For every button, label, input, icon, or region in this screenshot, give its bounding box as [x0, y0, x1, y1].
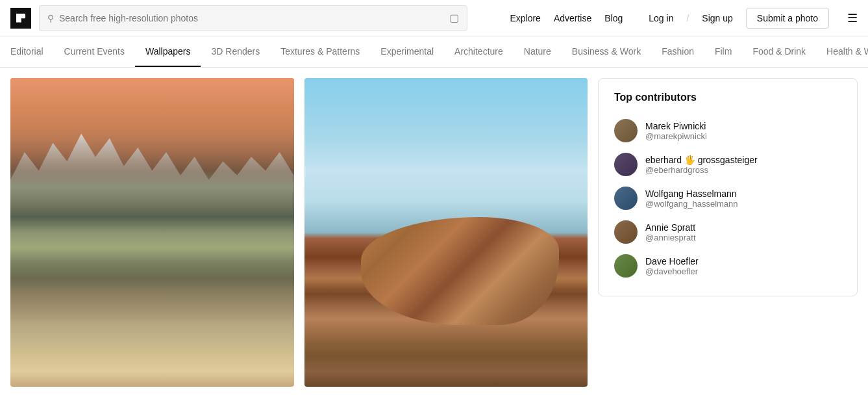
- cat-item-current-events[interactable]: Current Events: [54, 37, 135, 67]
- avatar: [614, 254, 638, 278]
- contributor-item[interactable]: Wolfgang Hasselmann@wolfgang_hasselmann: [614, 181, 841, 215]
- avatar: [614, 153, 638, 176]
- explore-link[interactable]: Explore: [510, 13, 540, 23]
- main-content: Top contributors Marek Piwnicki@marekpiw…: [0, 68, 868, 403]
- photo-mountains[interactable]: [10, 78, 294, 387]
- advertise-link[interactable]: Advertise: [554, 13, 591, 23]
- cat-item-editorial[interactable]: Editorial: [10, 37, 54, 67]
- sidebar: Top contributors Marek Piwnicki@marekpiw…: [598, 78, 858, 403]
- header: ⚲ ▢ Explore Advertise Blog Log in / Sign…: [0, 0, 868, 36]
- contributor-info: Marek Piwnicki@marekpiwnicki: [645, 121, 707, 141]
- contributor-info: Annie Spratt@anniespratt: [645, 222, 696, 242]
- contributor-name: eberhard 🖐 grossgasteiger: [645, 155, 758, 165]
- search-input[interactable]: [59, 13, 444, 23]
- cat-item-food-&-drink[interactable]: Food & Drink: [742, 37, 816, 67]
- contributor-handle: @eberhardgross: [645, 165, 758, 175]
- contributor-item[interactable]: Marek Piwnicki@marekpiwnicki: [614, 114, 841, 148]
- contributor-info: Dave Hoefler@davehoefler: [645, 256, 699, 276]
- cat-item-3d-renders[interactable]: 3D Renders: [201, 37, 270, 67]
- photo-grid: [10, 78, 588, 387]
- photo-col-2: [304, 78, 588, 387]
- category-nav: EditorialCurrent EventsWallpapers3D Rend…: [0, 36, 868, 68]
- search-bar: ⚲ ▢: [39, 5, 467, 31]
- menu-icon[interactable]: ☰: [847, 11, 858, 25]
- contributor-name: Annie Spratt: [645, 222, 696, 233]
- contributor-name: Wolfgang Hasselmann: [645, 188, 738, 199]
- avatar: [614, 220, 638, 244]
- logo-icon: [16, 14, 25, 23]
- contributors-title: Top contributors: [614, 92, 841, 103]
- camera-icon[interactable]: ▢: [449, 12, 459, 24]
- search-icon: ⚲: [47, 13, 54, 23]
- cat-item-fashion[interactable]: Fashion: [651, 37, 704, 67]
- contributor-info: eberhard 🖐 grossgasteiger@eberhardgross: [645, 155, 758, 175]
- logo[interactable]: [10, 8, 31, 29]
- contributor-item[interactable]: eberhard 🖐 grossgasteiger@eberhardgross: [614, 148, 841, 181]
- cat-item-nature[interactable]: Nature: [514, 37, 562, 67]
- contributor-handle: @anniespratt: [645, 233, 696, 242]
- top-contributors-panel: Top contributors Marek Piwnicki@marekpiw…: [598, 78, 858, 296]
- cat-item-health-&-we...[interactable]: Health & We...: [816, 37, 868, 67]
- contributors-list: Marek Piwnicki@marekpiwnickieberhard 🖐 g…: [614, 114, 841, 283]
- avatar: [614, 119, 638, 142]
- photo-col-1: [10, 78, 294, 387]
- sidebar-mountain-photo[interactable]: [598, 307, 858, 403]
- contributor-name: Marek Piwnicki: [645, 121, 707, 131]
- contributor-item[interactable]: Annie Spratt@anniespratt: [614, 215, 841, 249]
- cat-item-architecture[interactable]: Architecture: [444, 37, 514, 67]
- cat-item-textures-&-patterns[interactable]: Textures & Patterns: [270, 37, 370, 67]
- contributor-info: Wolfgang Hasselmann@wolfgang_hasselmann: [645, 188, 738, 209]
- contributor-handle: @davehoefler: [645, 266, 699, 276]
- photo-rocks[interactable]: [304, 78, 588, 387]
- main-nav: Explore Advertise Blog Log in / Sign up …: [510, 8, 858, 29]
- login-link[interactable]: Log in: [649, 13, 673, 23]
- blog-link[interactable]: Blog: [604, 13, 623, 23]
- cat-item-experimental[interactable]: Experimental: [370, 37, 444, 67]
- contributor-item[interactable]: Dave Hoefler@davehoefler: [614, 249, 841, 283]
- cat-item-wallpapers[interactable]: Wallpapers: [135, 37, 201, 67]
- contributor-handle: @wolfgang_hasselmann: [645, 199, 738, 209]
- contributor-handle: @marekpiwnicki: [645, 131, 707, 141]
- cat-item-film[interactable]: Film: [704, 37, 742, 67]
- submit-photo-button[interactable]: Submit a photo: [746, 8, 829, 29]
- signup-link[interactable]: Sign up: [702, 13, 732, 23]
- contributor-name: Dave Hoefler: [645, 256, 699, 266]
- nav-divider-2: /: [686, 13, 689, 23]
- cat-item-business-&-work[interactable]: Business & Work: [562, 37, 651, 67]
- avatar: [614, 187, 638, 210]
